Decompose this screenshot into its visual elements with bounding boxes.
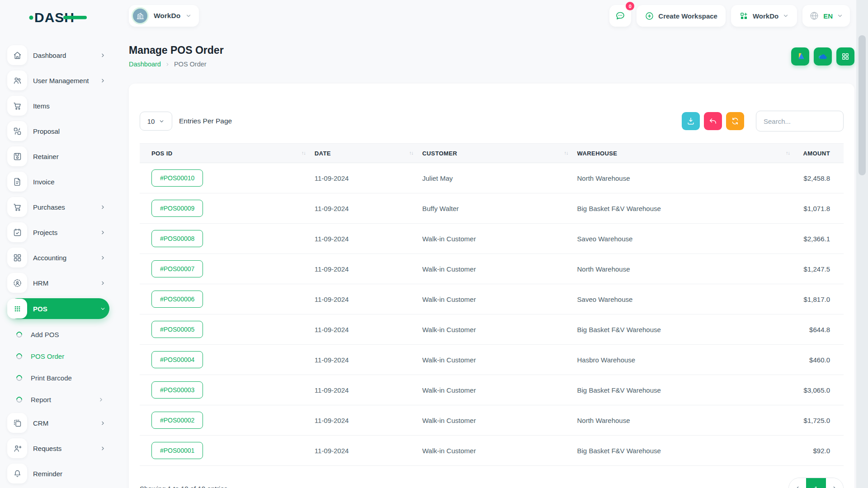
- grid-view-button[interactable]: [836, 47, 854, 66]
- pos-id-link[interactable]: #POS00007: [151, 260, 203, 277]
- sidebar-item-report[interactable]: Report: [16, 389, 108, 410]
- download-icon: [686, 117, 695, 126]
- refresh-button[interactable]: [726, 112, 744, 130]
- page-header: Manage POS Order Dashboard POS Order: [129, 32, 854, 81]
- sidebar-item-add-pos[interactable]: Add POS: [16, 324, 108, 345]
- dash-logo: DASH: [29, 9, 89, 26]
- pos-id-link[interactable]: #POS00006: [151, 291, 203, 308]
- pos-id-link[interactable]: #POS00003: [151, 381, 203, 399]
- amount-cell: $1,247.5: [794, 254, 844, 284]
- sidebar-item-items[interactable]: Items: [7, 96, 109, 116]
- sidebar-item-label: Purchases: [33, 203, 65, 211]
- sort-icon: ↑↓: [302, 150, 306, 155]
- sidebar-item-label: Dashboard: [33, 52, 66, 59]
- chevron-right-icon: [100, 420, 106, 426]
- person-focus-icon: [7, 273, 27, 293]
- warehouse-cell: North Warehouse: [573, 405, 794, 436]
- chevron-down-icon: [185, 13, 192, 19]
- sidebar-item-purchases[interactable]: Purchases: [7, 197, 109, 217]
- google-drive-button[interactable]: [791, 47, 809, 66]
- column-header-pos-id[interactable]: POS ID↑↓: [140, 144, 310, 163]
- sidebar-item-retainer[interactable]: Retainer: [7, 146, 109, 166]
- invoice-icon: [7, 172, 27, 192]
- pagination: 1: [788, 478, 844, 488]
- amount-cell: $1,071.8: [794, 193, 844, 224]
- sidebar-item-accounting[interactable]: Accounting: [7, 248, 109, 267]
- undo-icon: [708, 117, 717, 126]
- search-input[interactable]: [756, 111, 844, 131]
- chevron-left-icon: [794, 485, 801, 488]
- next-page-button[interactable]: [826, 478, 843, 488]
- pos-order-card: 10 Entries Per Page: [129, 84, 854, 488]
- table-row: #POS00005 11-09-2024 Walk-in Customer Bi…: [140, 314, 844, 345]
- amount-cell: $2,458.8: [794, 163, 844, 193]
- grid-squares-icon: [7, 248, 27, 267]
- date-cell: 11-09-2024: [310, 345, 418, 375]
- column-header-date[interactable]: DATE↑↓: [310, 144, 418, 163]
- messages-button[interactable]: 0: [609, 5, 631, 27]
- onedrive-button[interactable]: [814, 47, 832, 66]
- sidebar-item-print-barcode[interactable]: Print Barcode: [16, 367, 108, 389]
- sidebar-item-projects[interactable]: Projects: [7, 222, 109, 242]
- sort-icon: ↑↓: [564, 150, 568, 155]
- plus-circle-icon: [645, 11, 654, 21]
- breadcrumb-dashboard-link[interactable]: Dashboard: [129, 61, 161, 68]
- sidebar-item-invoice[interactable]: Invoice: [7, 172, 109, 192]
- entries-per-page-select[interactable]: 10: [140, 112, 172, 131]
- customer-cell: Walk-in Customer: [418, 345, 573, 375]
- create-workspace-button[interactable]: Create Workspace: [637, 5, 726, 27]
- chevron-down-icon: [159, 118, 165, 124]
- sidebar-item-hrm[interactable]: HRM: [7, 273, 109, 293]
- page-number-button[interactable]: 1: [806, 478, 826, 488]
- pos-id-link[interactable]: #POS00001: [151, 442, 203, 459]
- logo-bar: [63, 16, 87, 19]
- sidebar-item-pos-order[interactable]: POS Order: [16, 345, 108, 367]
- customer-cell: Walk-in Customer: [418, 224, 573, 254]
- bell-icon: [7, 464, 27, 483]
- sidebar-item-pos[interactable]: POS: [7, 298, 109, 319]
- customer-cell: Walk-in Customer: [418, 375, 573, 405]
- pos-id-link[interactable]: #POS00009: [151, 200, 203, 217]
- sidebar-item-user-management[interactable]: User Management: [7, 70, 109, 90]
- bullet-icon: [15, 352, 23, 360]
- column-header-customer[interactable]: CUSTOMER↑↓: [418, 144, 573, 163]
- breadcrumb: Dashboard POS Order: [129, 60, 854, 68]
- language-code: EN: [823, 12, 833, 20]
- pos-id-link[interactable]: #POS00008: [151, 230, 203, 247]
- pos-id-link[interactable]: #POS00005: [151, 321, 203, 338]
- undo-button[interactable]: [704, 112, 722, 130]
- date-cell: 11-09-2024: [310, 375, 418, 405]
- scrollbar-thumb[interactable]: [859, 35, 866, 175]
- pos-id-link[interactable]: #POS00004: [151, 351, 203, 368]
- chevron-down-icon: [783, 13, 789, 19]
- sidebar-item-dashboard[interactable]: Dashboard: [7, 45, 109, 65]
- column-header-warehouse[interactable]: WAREHOUSE↑↓: [573, 144, 794, 163]
- sidebar-item-proposal[interactable]: Proposal: [7, 121, 109, 141]
- language-selector[interactable]: EN: [802, 5, 850, 27]
- user-plus-icon: [7, 438, 27, 458]
- pos-id-link[interactable]: #POS00002: [151, 412, 203, 429]
- google-drive-icon: [795, 52, 805, 61]
- sidebar-item-reminder[interactable]: Reminder: [7, 464, 109, 483]
- sidebar-item-label: Reminder: [33, 470, 62, 478]
- amount-cell: $92.0: [794, 436, 844, 466]
- workspace-selector[interactable]: WorkDo: [129, 5, 199, 27]
- entries-per-page-label: Entries Per Page: [179, 117, 232, 125]
- page-title: Manage POS Order: [129, 44, 854, 56]
- refresh-icon: [731, 117, 740, 126]
- sidebar-subitem-label: Print Barcode: [31, 374, 72, 382]
- amount-cell: $2,366.1: [794, 224, 844, 254]
- sidebar-item-label: Invoice: [33, 178, 55, 186]
- pos-id-link[interactable]: #POS00010: [151, 169, 203, 187]
- app-menu-button[interactable]: WorkDo: [731, 5, 797, 27]
- sidebar-item-requests[interactable]: Requests: [7, 438, 109, 458]
- date-cell: 11-09-2024: [310, 254, 418, 284]
- sidebar-item-crm[interactable]: CRM: [7, 413, 109, 433]
- breadcrumb-current: POS Order: [174, 61, 207, 68]
- previous-page-button[interactable]: [789, 478, 806, 488]
- entries-value: 10: [147, 117, 155, 125]
- sidebar-item-label: HRM: [33, 279, 48, 287]
- export-button[interactable]: [682, 112, 700, 130]
- warehouse-cell: Big Basket F&V Warehouse: [573, 193, 794, 224]
- page-scrollbar[interactable]: [856, 0, 868, 488]
